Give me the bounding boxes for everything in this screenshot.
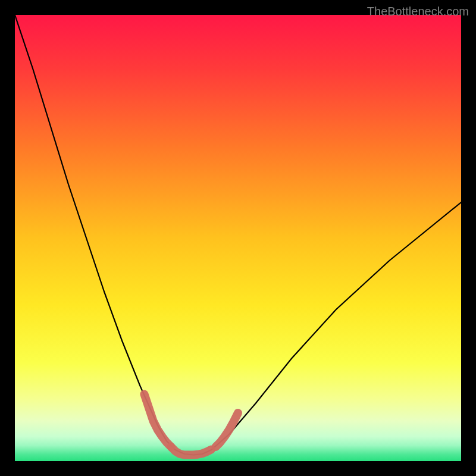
- chart-frame: [0, 0, 476, 476]
- watermark-text: TheBottleneck.com: [367, 5, 469, 18]
- gradient-background: [15, 15, 461, 461]
- chart-svg: [15, 15, 461, 461]
- plot-area: [15, 15, 461, 461]
